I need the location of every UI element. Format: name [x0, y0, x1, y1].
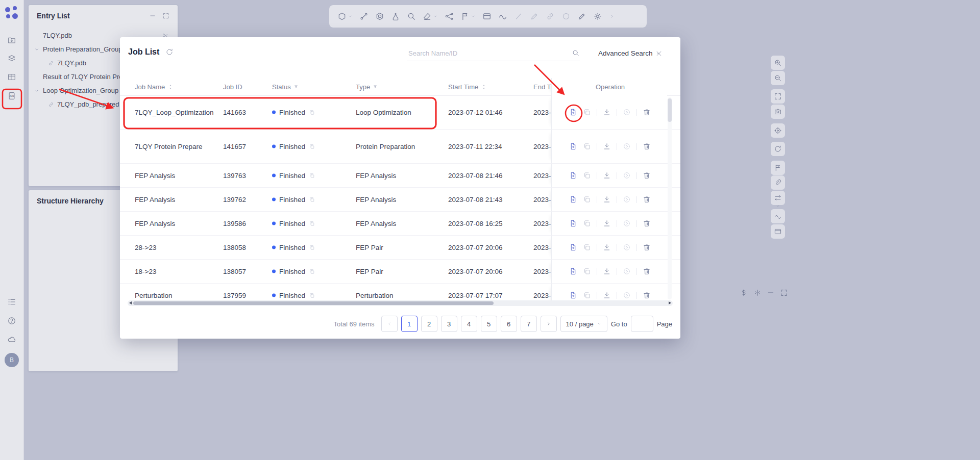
- scroll-right-arrow-icon[interactable]: [669, 301, 671, 304]
- col-job-id: Job ID: [223, 83, 242, 91]
- next-page-button[interactable]: [541, 316, 557, 332]
- table-row[interactable]: Perturbation 137959 Finished Perturbatio…: [120, 284, 680, 301]
- delete-icon[interactable]: [643, 243, 651, 251]
- job-id: 139586: [223, 220, 246, 227]
- view-report-icon[interactable]: [569, 243, 577, 251]
- download-icon[interactable]: [603, 195, 611, 203]
- rerun-icon: [623, 243, 631, 251]
- advanced-search-toggle[interactable]: Advanced Search: [598, 49, 662, 57]
- delete-icon[interactable]: [643, 195, 651, 203]
- refresh-icon[interactable]: [165, 48, 174, 56]
- copy-log-icon[interactable]: [583, 243, 591, 251]
- page-button-3[interactable]: 3: [441, 316, 457, 332]
- delete-icon[interactable]: [643, 291, 651, 299]
- copy-icon[interactable]: [309, 143, 315, 149]
- job-name: FEP Analysis: [135, 220, 175, 227]
- table-row[interactable]: 7LQY_Loop_Optimization 141663 Finished L…: [120, 95, 680, 130]
- close-icon[interactable]: [655, 49, 663, 58]
- copy-icon[interactable]: [309, 244, 315, 250]
- col-job-name[interactable]: Job Name: [135, 83, 174, 91]
- job-type: FEP Analysis: [356, 172, 396, 180]
- operation-cell: [551, 284, 667, 301]
- vertical-scrollbar-thumb[interactable]: [668, 98, 672, 122]
- page-button-7[interactable]: 7: [521, 316, 537, 332]
- job-status: Finished: [272, 109, 315, 116]
- table-header: Job Name Job ID Status Type Start Time E…: [120, 78, 680, 96]
- page-size-select[interactable]: 10 / page: [560, 316, 607, 332]
- table-row[interactable]: FEP Analysis 139762 Finished FEP Analysi…: [120, 188, 680, 212]
- prev-page-button[interactable]: [381, 316, 398, 332]
- copy-icon[interactable]: [309, 268, 315, 274]
- view-report-icon[interactable]: [569, 291, 577, 299]
- download-icon[interactable]: [603, 171, 611, 180]
- operation-cell: [551, 164, 667, 187]
- operation-cell: [551, 212, 667, 235]
- sort-icon[interactable]: [167, 84, 174, 90]
- horizontal-scrollbar-thumb[interactable]: [133, 301, 494, 305]
- operation-cell: [551, 188, 667, 211]
- delete-icon[interactable]: [643, 171, 651, 180]
- job-type: FEP Pair: [356, 244, 383, 251]
- page-button-1[interactable]: 1: [401, 316, 418, 332]
- rerun-icon: [623, 142, 631, 150]
- download-icon[interactable]: [603, 267, 611, 275]
- col-type[interactable]: Type: [356, 83, 378, 91]
- delete-icon[interactable]: [643, 142, 651, 150]
- copy-icon[interactable]: [309, 109, 315, 115]
- filter-icon[interactable]: [373, 84, 378, 89]
- view-report-icon[interactable]: [569, 171, 577, 180]
- page-button-6[interactable]: 6: [501, 316, 517, 332]
- download-icon[interactable]: [603, 219, 611, 227]
- sort-icon[interactable]: [481, 84, 487, 90]
- page-size-label: 10 / page: [566, 320, 594, 328]
- operation-cell: [551, 95, 667, 129]
- status-dot: [272, 198, 276, 201]
- col-start-time[interactable]: Start Time: [448, 83, 487, 91]
- copy-log-icon[interactable]: [583, 219, 591, 227]
- copy-log-icon[interactable]: [583, 171, 591, 180]
- delete-icon[interactable]: [643, 267, 651, 275]
- copy-log-icon[interactable]: [583, 291, 591, 299]
- copy-log-icon[interactable]: [583, 195, 591, 203]
- view-report-icon[interactable]: [569, 195, 577, 203]
- delete-icon[interactable]: [643, 108, 651, 116]
- download-icon[interactable]: [603, 291, 611, 299]
- search-icon[interactable]: [572, 49, 580, 57]
- copy-log-icon[interactable]: [583, 267, 591, 275]
- table-row[interactable]: 18->23 138057 Finished FEP Pair 2023-07-…: [120, 260, 680, 284]
- scroll-left-arrow-icon[interactable]: [129, 301, 132, 304]
- copy-log-icon[interactable]: [583, 108, 591, 116]
- copy-icon[interactable]: [309, 172, 315, 178]
- table-row[interactable]: 28->23 138058 Finished FEP Pair 2023-07-…: [120, 236, 680, 260]
- copy-icon[interactable]: [309, 220, 315, 226]
- goto-page-input[interactable]: [631, 316, 653, 332]
- page-button-4[interactable]: 4: [461, 316, 477, 332]
- copy-log-icon[interactable]: [583, 142, 591, 150]
- job-type: Protein Preparation: [356, 143, 415, 150]
- filter-icon[interactable]: [293, 84, 299, 89]
- status-dot: [272, 294, 276, 297]
- table-row[interactable]: FEP Analysis 139586 Finished FEP Analysi…: [120, 212, 680, 236]
- job-id: 139763: [223, 172, 246, 180]
- table-row[interactable]: 7LQY Protein Prepare 141657 Finished Pro…: [120, 130, 680, 164]
- download-icon[interactable]: [603, 142, 611, 150]
- job-status: Finished: [272, 143, 315, 150]
- table-row[interactable]: FEP Analysis 139763 Finished FEP Analysi…: [120, 164, 680, 188]
- view-report-icon[interactable]: [569, 267, 577, 275]
- search-input[interactable]: [407, 49, 572, 58]
- status-dot: [272, 246, 276, 249]
- page-button-5[interactable]: 5: [481, 316, 497, 332]
- view-report-icon[interactable]: [569, 142, 577, 150]
- download-icon[interactable]: [603, 243, 611, 251]
- col-status[interactable]: Status: [272, 83, 299, 91]
- page-button-2[interactable]: 2: [421, 316, 437, 332]
- view-report-icon[interactable]: [569, 108, 577, 116]
- page-label: Page: [657, 320, 672, 328]
- download-icon[interactable]: [603, 108, 611, 116]
- table-body: 7LQY_Loop_Optimization 141663 Finished L…: [120, 95, 680, 301]
- copy-icon[interactable]: [309, 292, 315, 298]
- job-status: Finished: [272, 292, 315, 299]
- view-report-icon[interactable]: [569, 219, 577, 227]
- copy-icon[interactable]: [309, 196, 315, 202]
- delete-icon[interactable]: [643, 219, 651, 227]
